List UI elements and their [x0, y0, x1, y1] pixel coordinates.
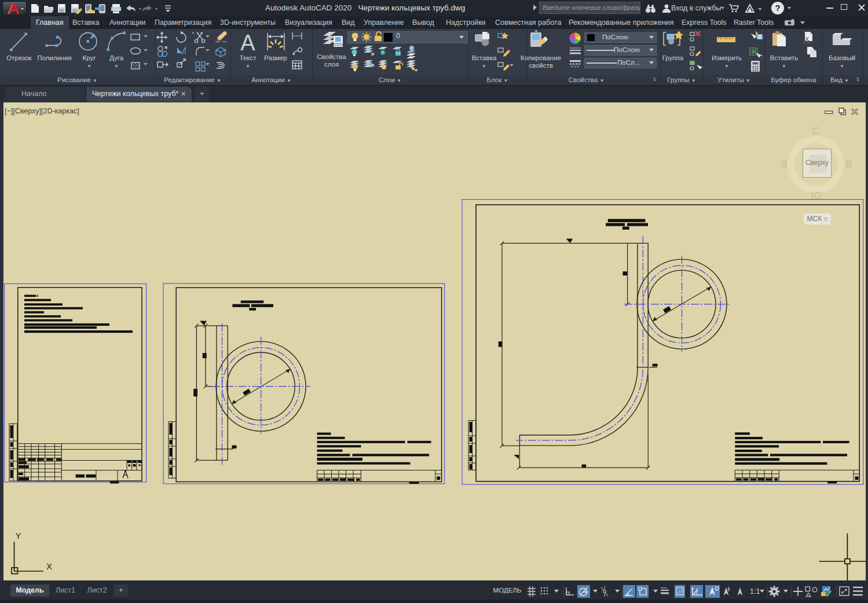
svg-text:A: A — [240, 31, 255, 55]
svg-text:X: X — [46, 561, 52, 571]
svg-text:Y: Y — [15, 531, 21, 541]
svg-text:1:1: 1:1 — [750, 587, 760, 595]
